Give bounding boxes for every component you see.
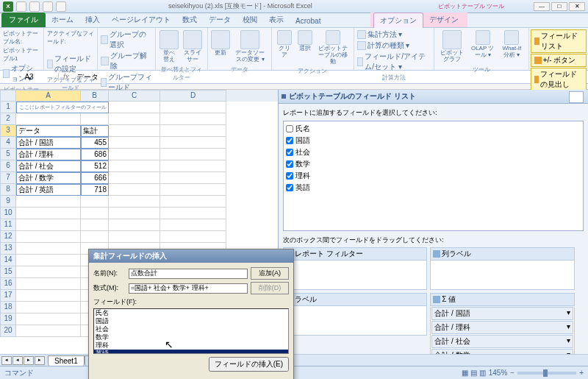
cell[interactable]: 666 bbox=[81, 172, 109, 184]
cell[interactable] bbox=[160, 149, 226, 160]
area-values[interactable]: Σ 値合計 / 国語▾合計 / 理科▾合計 / 社会▾合計 / 数学▾ bbox=[430, 293, 574, 364]
row-header[interactable]: 3 bbox=[0, 125, 16, 137]
cell[interactable]: 集計 bbox=[81, 125, 109, 137]
field-item[interactable]: 理科 bbox=[285, 170, 581, 182]
cell[interactable] bbox=[109, 184, 160, 196]
cell[interactable] bbox=[16, 255, 81, 266]
row-header[interactable]: 12 bbox=[0, 231, 16, 243]
cell[interactable] bbox=[160, 113, 226, 125]
cell[interactable] bbox=[16, 314, 81, 325]
cell[interactable] bbox=[16, 266, 81, 278]
cell[interactable]: 合計 / 数学 bbox=[16, 172, 81, 184]
sort-button[interactable]: 並べ替え bbox=[159, 29, 179, 64]
refresh-button[interactable]: 更新 bbox=[211, 29, 230, 57]
zoom-level[interactable]: 145% bbox=[489, 369, 508, 377]
fields-listbox[interactable]: 氏名国語社会数学理科英語 bbox=[93, 308, 289, 354]
slicer-button[interactable]: スライサー bbox=[181, 29, 205, 64]
cell[interactable] bbox=[160, 219, 226, 231]
cell[interactable] bbox=[160, 172, 226, 184]
col-header-c[interactable]: C bbox=[109, 90, 160, 102]
clear-button[interactable]: クリア bbox=[275, 29, 294, 60]
row-header[interactable]: 19 bbox=[0, 314, 16, 325]
pivotchart-button[interactable]: ピボットグラフ bbox=[437, 29, 467, 64]
tab-design[interactable]: デザイン bbox=[423, 13, 465, 28]
move-pivot-button[interactable]: ピボットテーブルの移動 bbox=[316, 29, 350, 65]
formula-input[interactable] bbox=[129, 283, 248, 294]
cell[interactable]: ここにレポートフィルターのフィールドをドラッグします bbox=[16, 102, 109, 113]
dialog-field-item[interactable]: 英語 bbox=[94, 350, 288, 354]
cell[interactable] bbox=[81, 208, 109, 219]
tab-data[interactable]: データ bbox=[203, 13, 237, 27]
name-box[interactable]: A3 bbox=[0, 73, 59, 81]
cell[interactable] bbox=[160, 160, 226, 172]
cell[interactable] bbox=[160, 184, 226, 196]
dialog-field-item[interactable]: 数学 bbox=[94, 333, 288, 341]
cell[interactable] bbox=[109, 102, 160, 113]
area-column-labels[interactable]: 列ラベル bbox=[430, 247, 574, 290]
area-report-filter[interactable]: レポート フィルター bbox=[283, 247, 427, 290]
value-field-entry[interactable]: 合計 / 社会▾ bbox=[431, 335, 573, 348]
col-header-b[interactable]: B bbox=[81, 90, 109, 102]
zoom-in[interactable]: + bbox=[579, 369, 584, 377]
add-button[interactable]: 追加(A) bbox=[251, 267, 289, 280]
cell[interactable] bbox=[160, 102, 226, 113]
tab-insert[interactable]: 挿入 bbox=[79, 13, 106, 27]
field-list[interactable]: 氏名国語社会数学理科英語 bbox=[283, 121, 584, 231]
cell[interactable] bbox=[109, 113, 160, 125]
cell[interactable]: データ bbox=[16, 125, 81, 137]
dialog-field-item[interactable]: 社会 bbox=[94, 325, 288, 333]
tab-acrobat[interactable]: Acrobat bbox=[290, 15, 326, 27]
field-item[interactable]: 氏名 bbox=[285, 123, 581, 135]
cell[interactable] bbox=[81, 219, 109, 231]
row-header[interactable]: 13 bbox=[0, 243, 16, 255]
cell[interactable] bbox=[109, 196, 160, 208]
ungroup[interactable]: グループ解除 bbox=[101, 51, 153, 71]
select-all-corner[interactable] bbox=[0, 90, 16, 102]
row-header[interactable]: 7 bbox=[0, 172, 16, 184]
col-header-d[interactable]: D bbox=[160, 90, 226, 102]
cell[interactable]: 512 bbox=[81, 160, 109, 172]
name-input[interactable] bbox=[129, 269, 248, 279]
dialog-field-item[interactable]: 理科 bbox=[94, 341, 288, 350]
cell[interactable]: 合計 / 社会 bbox=[16, 160, 81, 172]
file-tab[interactable]: ファイル bbox=[1, 13, 46, 27]
cell[interactable] bbox=[160, 125, 226, 137]
cell[interactable] bbox=[16, 219, 81, 231]
row-header[interactable]: 2 bbox=[0, 113, 16, 125]
cell[interactable] bbox=[81, 113, 109, 125]
cell[interactable] bbox=[109, 208, 160, 219]
cell[interactable]: 686 bbox=[81, 149, 109, 160]
plusminus-toggle[interactable]: +/- ボタン bbox=[531, 54, 587, 67]
cell[interactable] bbox=[16, 243, 81, 255]
formula-bar[interactable]: データ bbox=[74, 72, 588, 82]
cell[interactable] bbox=[16, 231, 81, 243]
cell[interactable] bbox=[109, 172, 160, 184]
delete-button[interactable]: 削除(D) bbox=[251, 282, 289, 294]
view-buttons[interactable]: ▦ ▤ ▥ bbox=[462, 369, 486, 377]
fieldlist-toggle[interactable]: フィールド リスト bbox=[531, 29, 587, 53]
row-header[interactable]: 18 bbox=[0, 302, 16, 314]
cell[interactable]: 合計 / 国語 bbox=[16, 137, 81, 149]
cell[interactable] bbox=[109, 219, 160, 231]
row-header[interactable]: 16 bbox=[0, 278, 16, 290]
field-item[interactable]: 国語 bbox=[285, 135, 581, 146]
zoom-slider[interactable] bbox=[517, 372, 576, 375]
row-header[interactable]: 10 bbox=[0, 208, 16, 219]
window-buttons[interactable]: —□✕ bbox=[534, 2, 585, 11]
dialog-field-item[interactable]: 氏名 bbox=[94, 309, 288, 317]
cell[interactable] bbox=[160, 208, 226, 219]
field-item[interactable]: 社会 bbox=[285, 146, 581, 158]
tab-option[interactable]: オプション bbox=[373, 13, 423, 28]
cell[interactable] bbox=[16, 290, 81, 302]
row-header[interactable]: 9 bbox=[0, 196, 16, 208]
row-header[interactable]: 1 bbox=[0, 102, 16, 113]
row-header[interactable]: 11 bbox=[0, 219, 16, 231]
cell[interactable] bbox=[160, 196, 226, 208]
fields-items-sets[interactable]: フィールド/アイテム/セット ▾ bbox=[357, 52, 431, 72]
dialog-field-item[interactable]: 国語 bbox=[94, 317, 288, 325]
row-header[interactable]: 14 bbox=[0, 255, 16, 266]
cell[interactable] bbox=[109, 160, 160, 172]
group-select[interactable]: グループの選択 bbox=[101, 29, 153, 50]
datasource-button[interactable]: データソースの変更 ▾ bbox=[232, 29, 268, 64]
cell[interactable] bbox=[109, 137, 160, 149]
